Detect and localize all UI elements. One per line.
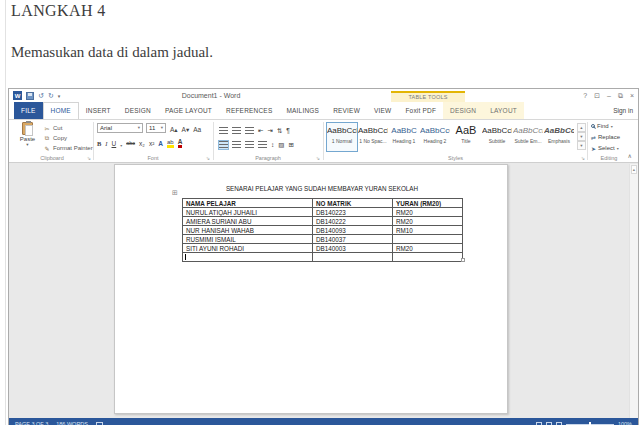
table-cell[interactable]: NURUL ATIQAH JUHAILI xyxy=(183,208,313,217)
font-size-combobox[interactable]: 11 ▾ xyxy=(146,123,166,133)
restore-icon[interactable]: ⧉ xyxy=(618,90,623,101)
tab-mailings[interactable]: MAILINGS xyxy=(279,102,326,119)
highlight-color-icon[interactable]: ab xyxy=(167,139,174,148)
paste-button[interactable]: Paste ▾ xyxy=(15,122,40,153)
customize-qat-icon[interactable]: ▾ xyxy=(58,93,61,99)
align-center-icon[interactable] xyxy=(232,141,241,149)
select-dropdown-icon[interactable]: ▾ xyxy=(617,146,619,151)
paragraph-dialog-launcher-icon[interactable]: ⇘ xyxy=(316,155,320,161)
undo-icon[interactable]: ↺ xyxy=(38,91,44,100)
grow-font-icon[interactable]: A▴ xyxy=(170,125,178,134)
table-cell[interactable]: DB140222 xyxy=(313,217,393,226)
tab-table-layout[interactable]: LAYOUT xyxy=(483,102,524,119)
tab-table-design[interactable]: DESIGN xyxy=(443,102,483,119)
numbering-icon[interactable] xyxy=(232,127,241,135)
close-icon[interactable]: × xyxy=(630,90,634,101)
decrease-indent-icon[interactable]: ⇤ xyxy=(258,126,263,135)
replace-button[interactable]: ⇄ Replace xyxy=(591,132,629,142)
change-case-icon[interactable]: Aa xyxy=(193,125,201,134)
table-cell[interactable] xyxy=(393,253,463,262)
style-no-spacing[interactable]: AaBbCcDc 1 No Spac... xyxy=(358,123,388,151)
paste-dropdown-icon[interactable]: ▾ xyxy=(15,142,40,147)
table-cell[interactable]: NUR HANISAH WAHAB xyxy=(183,226,313,235)
gallery-more-icon[interactable]: ▾ xyxy=(577,141,586,150)
tab-review[interactable]: REVIEW xyxy=(326,102,367,119)
sort-icon[interactable]: ⇅ xyxy=(277,126,282,135)
font-size-dropdown-icon[interactable]: ▾ xyxy=(161,124,163,132)
increase-indent-icon[interactable]: ⇥ xyxy=(267,126,272,135)
find-dropdown-icon[interactable]: ▾ xyxy=(611,124,613,129)
collapse-ribbon-icon[interactable]: ∧ xyxy=(628,152,632,159)
tab-page-layout[interactable]: PAGE LAYOUT xyxy=(158,102,219,119)
table-cell[interactable]: DB140223 xyxy=(313,208,393,217)
table-cell[interactable]: DB140037 xyxy=(313,235,393,244)
style-subtle-emphasis[interactable]: AaBbCcDi Subtle Em... xyxy=(513,123,543,151)
shading-icon[interactable]: ▨ xyxy=(278,140,284,149)
superscript-button[interactable]: x² xyxy=(149,139,154,148)
table-cell[interactable]: SITI AYUNI ROHADI xyxy=(183,244,313,253)
proofing-status-icon[interactable] xyxy=(96,422,103,425)
sign-in-link[interactable]: Sign in xyxy=(613,102,633,119)
copy-button[interactable]: ⧉ Copy xyxy=(43,133,93,143)
clipboard-dialog-launcher-icon[interactable]: ⇘ xyxy=(87,155,91,161)
tab-foxit-pdf[interactable]: Foxit PDF xyxy=(398,102,443,119)
gallery-scroll-up-icon[interactable]: ▴ xyxy=(577,123,586,132)
table-cell[interactable]: DB140093 xyxy=(313,226,393,235)
borders-icon[interactable]: ⊞ xyxy=(288,140,293,149)
tab-design[interactable]: DESIGN xyxy=(118,102,158,119)
find-button[interactable]: Find ▾ xyxy=(591,121,629,131)
tab-insert[interactable]: INSERT xyxy=(79,102,118,119)
header-cell[interactable]: YURAN (RM20) xyxy=(393,199,463,208)
gallery-scroll-down-icon[interactable]: ▾ xyxy=(577,132,586,141)
table-cell[interactable]: DB140003 xyxy=(313,244,393,253)
table-cell[interactable] xyxy=(313,253,393,262)
bullets-icon[interactable] xyxy=(219,127,228,135)
table-cell[interactable]: AMIERA SURIANI ABU xyxy=(183,217,313,226)
table-cell[interactable]: RM10 xyxy=(393,226,463,235)
strikethrough-button[interactable]: abc xyxy=(126,139,135,148)
document-page[interactable]: ⊞ SENARAI PELAJAR YANG SUDAH MEMBAYAR YU… xyxy=(114,164,508,414)
print-layout-icon[interactable] xyxy=(546,422,552,425)
table-cell[interactable] xyxy=(393,235,463,244)
tab-file[interactable]: FILE xyxy=(14,102,43,119)
save-icon[interactable] xyxy=(26,92,34,100)
format-painter-button[interactable]: ✎ Format Painter xyxy=(43,143,93,153)
justify-icon[interactable] xyxy=(258,141,267,149)
zoom-slider[interactable] xyxy=(566,424,614,425)
table-cell[interactable]: RUSMIMI ISMAIL xyxy=(183,235,313,244)
show-paragraph-marks-icon[interactable]: ¶ xyxy=(286,126,290,135)
vertical-scrollbar[interactable]: ▴ xyxy=(629,164,638,418)
italic-button[interactable]: I xyxy=(105,139,107,148)
multilevel-list-icon[interactable] xyxy=(245,127,254,135)
scroll-up-icon[interactable]: ▴ xyxy=(631,165,637,174)
table-resize-handle[interactable] xyxy=(461,258,465,262)
style-normal[interactable]: AaBbCcDc 1 Normal xyxy=(327,123,357,151)
align-left-icon[interactable] xyxy=(219,141,228,149)
bold-button[interactable]: B xyxy=(97,139,101,148)
table-cell[interactable]: RM20 xyxy=(393,208,463,217)
style-heading-1[interactable]: AaBbC Heading 1 xyxy=(389,123,419,151)
zoom-slider-thumb[interactable] xyxy=(589,422,591,425)
minimize-icon[interactable]: – xyxy=(607,90,611,101)
student-fees-table[interactable]: NAMA PELAJAR NO MATRIK YURAN (RM20) NURU… xyxy=(182,198,463,262)
text-effects-icon[interactable]: A xyxy=(158,139,163,148)
font-color-icon[interactable]: A xyxy=(178,139,183,148)
page-indicator[interactable]: PAGE 3 OF 3 xyxy=(15,421,48,425)
font-dialog-launcher-icon[interactable]: ⇘ xyxy=(206,155,210,161)
tab-view[interactable]: VIEW xyxy=(367,102,398,119)
style-subtitle[interactable]: AaBbCcE Subtitle xyxy=(482,123,512,151)
ribbon-display-options-icon[interactable]: ⊡ xyxy=(594,90,600,101)
redo-icon[interactable]: ↻ xyxy=(48,91,54,100)
align-right-icon[interactable] xyxy=(245,141,254,149)
subscript-button[interactable]: x₂ xyxy=(139,139,145,148)
style-title[interactable]: AaB Title xyxy=(451,123,481,151)
web-layout-icon[interactable] xyxy=(556,422,562,425)
header-cell[interactable]: NAMA PELAJAR xyxy=(183,199,313,208)
line-spacing-icon[interactable]: ↕ xyxy=(271,140,274,149)
help-icon[interactable]: ? xyxy=(583,90,587,101)
font-name-combobox[interactable]: Arial ▾ xyxy=(97,123,143,133)
table-cell[interactable] xyxy=(183,253,313,262)
cut-button[interactable]: ✂ Cut xyxy=(43,123,93,133)
shrink-font-icon[interactable]: A▾ xyxy=(182,125,190,134)
style-heading-2[interactable]: AaBbCcC Heading 2 xyxy=(420,123,450,151)
